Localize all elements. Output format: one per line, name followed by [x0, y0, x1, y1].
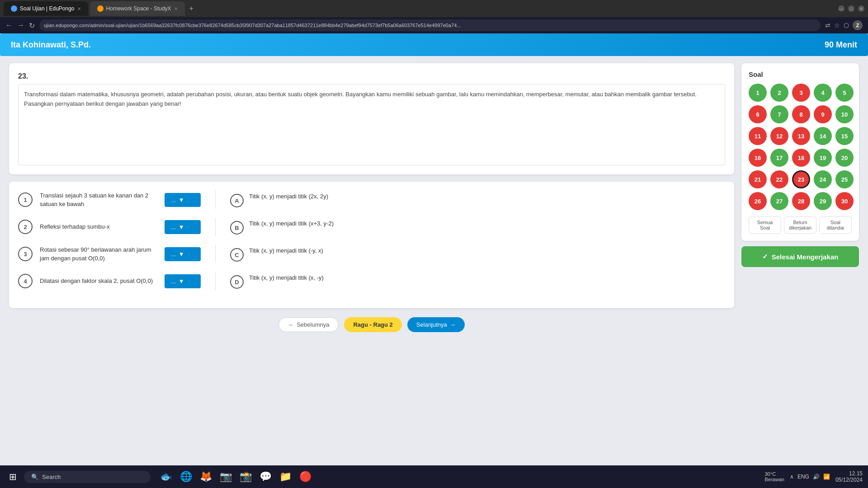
question-btn-22[interactable]: 22	[770, 170, 788, 188]
close-button[interactable]: ✕	[858, 5, 864, 12]
filter-ditandai[interactable]: Soal ditandai	[819, 216, 852, 234]
question-btn-29[interactable]: 29	[814, 192, 832, 210]
match-dropdown-2[interactable]: ... ▼	[165, 220, 201, 234]
app-icon-fish[interactable]: 🐟	[158, 469, 174, 485]
dropdown-arrow-3: ▼	[179, 251, 184, 258]
match-num-4: 4	[18, 274, 33, 288]
next-label: Selanjutnya	[416, 321, 447, 328]
question-btn-27[interactable]: 27	[770, 192, 788, 210]
match-dropdown-3[interactable]: ... ▼	[165, 247, 201, 261]
app-icon-whatsapp[interactable]: 💬	[257, 469, 274, 485]
question-btn-12[interactable]: 12	[770, 127, 788, 145]
app-icon-chrome[interactable]: 🔴	[297, 469, 313, 485]
question-btn-4[interactable]: 4	[814, 84, 832, 102]
start-button[interactable]: ⊞	[5, 469, 20, 484]
filter-semua[interactable]: Semua Soal	[749, 216, 781, 234]
answer-text-C: Titik (x, y) menjadi titik (-y, x)	[249, 246, 725, 255]
question-btn-1[interactable]: 1	[749, 84, 767, 102]
app-icon-firefox[interactable]: 🦊	[198, 469, 214, 485]
question-btn-10[interactable]: 10	[835, 105, 854, 123]
refresh-button[interactable]: ↻	[29, 21, 35, 30]
selesai-button[interactable]: ✓ Selesai Mengerjakan	[741, 246, 859, 267]
volume-icon[interactable]: 🔊	[813, 474, 820, 480]
question-btn-17[interactable]: 17	[770, 149, 788, 167]
question-btn-13[interactable]: 13	[792, 127, 810, 145]
question-btn-2[interactable]: 2	[770, 84, 788, 102]
page-button[interactable]: Ragu - Ragu 2	[344, 317, 401, 332]
right-match-4: D Titik (x, y) menjadi titik (x, -y)	[230, 273, 725, 289]
question-text: Transformasi dalam matematika, khususnya…	[24, 91, 697, 107]
minimize-button[interactable]: —	[838, 5, 844, 12]
match-dropdown-4[interactable]: ... ▼	[165, 274, 201, 288]
question-btn-11[interactable]: 11	[749, 127, 767, 145]
question-btn-23[interactable]: 23	[792, 170, 810, 188]
question-btn-5[interactable]: 5	[835, 84, 854, 102]
taskbar: ⊞ 🔍 Search 🐟 🌐 🦊 📷 📸 💬 📁 🔴 30	[0, 465, 868, 488]
prev-button[interactable]: ← Sebelumnya	[278, 317, 339, 332]
question-btn-6[interactable]: 6	[749, 105, 767, 123]
question-btn-15[interactable]: 15	[835, 127, 854, 145]
app-icon-instagram[interactable]: 📷	[217, 469, 234, 485]
back-button[interactable]: ←	[5, 21, 13, 29]
forward-button[interactable]: →	[17, 21, 24, 29]
soal-title: Soal	[749, 70, 852, 78]
matching-section: 1 Translasi sejauh 3 satuan ke kanan dan…	[9, 182, 734, 308]
question-btn-28[interactable]: 28	[792, 192, 810, 210]
prev-label: Sebelumnya	[297, 321, 329, 328]
question-btn-18[interactable]: 18	[792, 149, 810, 167]
app-icon-edge[interactable]: 🌐	[178, 469, 194, 485]
profile-badge[interactable]: Z	[853, 20, 863, 30]
question-btn-8[interactable]: 8	[792, 105, 810, 123]
new-tab-button[interactable]: +	[187, 5, 196, 13]
question-btn-3[interactable]: 3	[792, 84, 810, 102]
question-btn-14[interactable]: 14	[814, 127, 832, 145]
tab-close-studyx[interactable]: ✕	[174, 6, 178, 11]
filter-belum[interactable]: Belum dikerjakan	[784, 216, 816, 234]
match-divider-4	[215, 272, 216, 290]
taskbar-search-bar[interactable]: 🔍 Search	[24, 471, 151, 483]
question-btn-24[interactable]: 24	[814, 170, 832, 188]
match-dropdown-1[interactable]: ... ▼	[165, 193, 201, 207]
match-num-1: 1	[18, 192, 33, 207]
right-panel: Soal 12345678910111213141516171819202122…	[741, 63, 859, 481]
question-btn-21[interactable]: 21	[749, 170, 767, 188]
soal-card: Soal 12345678910111213141516171819202122…	[741, 63, 859, 241]
wifi-icon[interactable]: 📶	[823, 474, 830, 480]
question-btn-26[interactable]: 26	[749, 192, 767, 210]
question-btn-9[interactable]: 9	[814, 105, 832, 123]
dropdown-label-2: ...	[171, 224, 176, 230]
maximize-button[interactable]: □	[848, 5, 854, 12]
question-btn-30[interactable]: 30	[835, 192, 854, 210]
tab-label-studyx: Homework Space - StudyX	[106, 5, 171, 12]
url-bar[interactable]: ujian.edupongo.com/admin/soal-ujian/ujia…	[39, 19, 821, 31]
clock-date: 05/12/2024	[835, 477, 863, 483]
question-btn-16[interactable]: 16	[749, 149, 767, 167]
question-btn-20[interactable]: 20	[835, 149, 854, 167]
match-num-3: 3	[18, 247, 33, 261]
answer-letter-A: A	[230, 194, 244, 207]
question-content-area: Transformasi dalam matematika, khususnya…	[18, 84, 725, 165]
taskbar-apps: 🐟 🌐 🦊 📷 📸 💬 📁 🔴	[158, 469, 313, 485]
match-text-3: Rotasi sebesar 90° berlawanan arah jarum…	[40, 245, 157, 263]
tab-bar: Soal Ujian | EduPongo ✕ Homework Space -…	[4, 1, 833, 16]
tab-studyx[interactable]: Homework Space - StudyX ✕	[90, 1, 185, 16]
question-btn-19[interactable]: 19	[814, 149, 832, 167]
match-divider-1	[215, 191, 216, 209]
app-icon-files[interactable]: 📁	[277, 469, 293, 485]
navigation-buttons: ← Sebelumnya Ragu - Ragu 2 Selanjutnya →	[9, 317, 734, 332]
match-text-1: Translasi sejauh 3 satuan ke kanan dan 2…	[40, 191, 157, 209]
translate-icon[interactable]: ⇄	[825, 22, 830, 29]
match-row-3: 3 Rotasi sebesar 90° berlawanan arah jar…	[18, 245, 725, 263]
tray-up-arrow[interactable]: ∧	[790, 474, 794, 480]
question-btn-7[interactable]: 7	[770, 105, 788, 123]
tab-edupongo[interactable]: Soal Ujian | EduPongo ✕	[4, 1, 88, 16]
question-btn-25[interactable]: 25	[835, 170, 854, 188]
next-button[interactable]: Selanjutnya →	[407, 317, 465, 332]
answer-text-A: Titik (x, y) menjadi titik (2x, 2y)	[249, 192, 725, 201]
bookmark-icon[interactable]: ☆	[834, 22, 840, 29]
extensions-icon[interactable]: ⬡	[844, 22, 849, 29]
number-grid: 1234567891011121314151617181920212223242…	[749, 84, 852, 210]
tab-close-edupongo[interactable]: ✕	[77, 6, 81, 11]
app-icon-camera[interactable]: 📸	[237, 469, 254, 485]
address-icons: ⇄ ☆ ⬡ Z	[825, 20, 863, 30]
